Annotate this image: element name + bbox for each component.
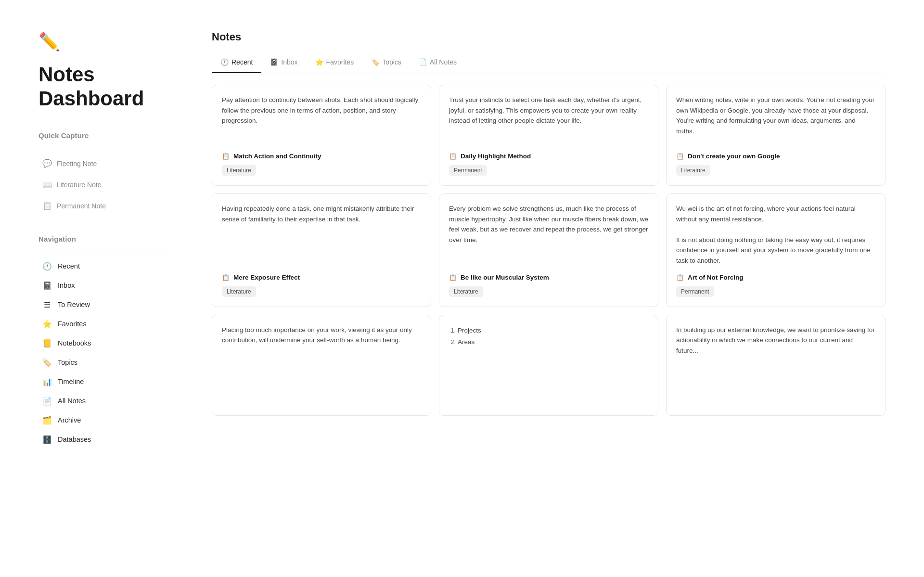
logo-icon: ✏️ <box>38 29 173 55</box>
nav-item-to-review[interactable]: ☰ To Review <box>38 295 173 315</box>
note-card-6-tag: Permanent <box>676 286 714 297</box>
nav-timeline-label: Timeline <box>58 377 84 387</box>
nav-item-archive[interactable]: 🗂️ Archive <box>38 411 173 430</box>
note-card-6-name: Art of Not Forcing <box>688 273 743 282</box>
literature-note-label: Literature Note <box>57 180 102 190</box>
nav-topics-label: Topics <box>58 358 77 368</box>
note-card-4-type-icon: 📋 <box>222 273 230 282</box>
note-card-7-body: Placing too much importance on your work… <box>222 325 421 399</box>
note-card-9-body: In building up our external knowledge, w… <box>676 325 875 399</box>
note-card-1[interactable]: Pay attention to continuity between shot… <box>212 85 431 186</box>
archive-icon: 🗂️ <box>42 415 52 426</box>
notebooks-icon: 📒 <box>42 338 52 349</box>
nav-item-databases[interactable]: 🗄️ Databases <box>38 430 173 449</box>
note-card-4-body: Having repeatedly done a task, one might… <box>222 204 421 266</box>
note-card-5-name-row: 📋 Be like our Muscular System <box>449 273 648 282</box>
note-card-3-name: Don't create your own Google <box>688 152 780 161</box>
capture-permanent-note[interactable]: 📋 Permanent Note <box>38 195 173 217</box>
permanent-note-label: Permanent Note <box>57 201 106 211</box>
nav-favorites-label: Favorites <box>58 319 87 330</box>
notes-section-title: Notes <box>212 29 886 45</box>
nav-item-all-notes[interactable]: 📄 All Notes <box>38 392 173 411</box>
capture-literature-note[interactable]: 📖 Literature Note <box>38 174 173 195</box>
favorites-icon: ⭐ <box>42 319 52 330</box>
capture-divider <box>38 148 173 148</box>
note-card-3-footer: 📋 Don't create your own Google Literatur… <box>676 152 875 176</box>
note-card-8-list-item-2: Areas <box>458 336 648 348</box>
nav-archive-label: Archive <box>58 415 81 426</box>
navigation-section: Navigation 🕐 Recent 📓 Inbox ☰ To Review … <box>38 234 173 449</box>
recent-icon: 🕐 <box>42 261 52 272</box>
nav-item-timeline[interactable]: 📊 Timeline <box>38 372 173 392</box>
note-card-1-name: Match Action and Continuity <box>233 152 321 161</box>
nav-inbox-label: Inbox <box>58 281 75 291</box>
note-card-5-name: Be like our Muscular System <box>461 273 549 282</box>
note-card-4-name-row: 📋 Mere Exposure Effect <box>222 273 421 282</box>
note-card-9[interactable]: In building up our external knowledge, w… <box>666 315 886 416</box>
note-card-8-body: Projects Areas <box>449 325 648 399</box>
note-card-2-body: Trust your instincts to select one task … <box>449 95 648 145</box>
quick-capture-title: Quick Capture <box>38 130 173 141</box>
tab-recent[interactable]: 🕐 Recent <box>212 52 261 73</box>
note-card-5-type-icon: 📋 <box>449 273 457 282</box>
note-card-4[interactable]: Having repeatedly done a task, one might… <box>212 193 431 307</box>
note-card-2[interactable]: Trust your instincts to select one task … <box>439 85 658 186</box>
nav-item-favorites[interactable]: ⭐ Favorites <box>38 315 173 334</box>
note-card-2-name: Daily Highlight Method <box>461 152 531 161</box>
note-card-6-footer: 📋 Art of Not Forcing Permanent <box>676 273 875 297</box>
timeline-icon: 📊 <box>42 376 52 388</box>
note-card-3[interactable]: When writing notes, write in your own wo… <box>666 85 886 186</box>
nav-databases-label: Databases <box>58 435 91 445</box>
tab-favorites[interactable]: ⭐ Favorites <box>307 52 363 73</box>
capture-fleeting-note[interactable]: 💬 Fleeting Note <box>38 153 173 174</box>
note-card-3-body: When writing notes, write in your own wo… <box>676 95 875 145</box>
note-card-6-body: Wu wei is the art of not forcing, where … <box>676 204 875 266</box>
note-card-1-type-icon: 📋 <box>222 152 230 161</box>
note-card-6[interactable]: Wu wei is the art of not forcing, where … <box>666 193 886 307</box>
note-card-6-name-row: 📋 Art of Not Forcing <box>676 273 875 282</box>
note-card-4-footer: 📋 Mere Exposure Effect Literature <box>222 273 421 297</box>
tab-all-notes[interactable]: 📄 All Notes <box>410 52 465 73</box>
tab-inbox[interactable]: 📓 Inbox <box>261 52 306 73</box>
tab-recent-icon: 🕐 <box>220 57 229 67</box>
note-card-4-tag: Literature <box>222 286 256 297</box>
tab-inbox-label: Inbox <box>281 57 297 67</box>
notes-tabs: 🕐 Recent 📓 Inbox ⭐ Favorites 🏷️ Topics 📄… <box>212 52 886 73</box>
tab-recent-label: Recent <box>231 57 253 67</box>
nav-all-notes-label: All Notes <box>58 396 86 407</box>
note-card-3-tag: Literature <box>676 165 710 176</box>
topics-icon: 🏷️ <box>42 357 52 369</box>
note-card-6-type-icon: 📋 <box>676 273 684 282</box>
all-notes-icon: 📄 <box>42 396 52 407</box>
note-card-3-type-icon: 📋 <box>676 152 684 161</box>
fleeting-note-label: Fleeting Note <box>57 159 97 169</box>
tab-topics[interactable]: 🏷️ Topics <box>362 52 410 73</box>
note-card-1-name-row: 📋 Match Action and Continuity <box>222 152 421 161</box>
nav-item-topics[interactable]: 🏷️ Topics <box>38 353 173 372</box>
nav-recent-label: Recent <box>58 261 80 272</box>
tab-topics-icon: 🏷️ <box>371 57 379 67</box>
nav-to-review-label: To Review <box>58 300 90 310</box>
note-card-4-name: Mere Exposure Effect <box>233 273 300 282</box>
note-card-5-tag: Literature <box>449 286 483 297</box>
literature-note-icon: 📖 <box>42 179 52 191</box>
navigation-title: Navigation <box>38 234 173 245</box>
note-card-8[interactable]: Projects Areas <box>439 315 658 416</box>
nav-item-notebooks[interactable]: 📒 Notebooks <box>38 334 173 353</box>
nav-item-inbox[interactable]: 📓 Inbox <box>38 276 173 295</box>
inbox-icon: 📓 <box>42 280 52 292</box>
note-card-1-footer: 📋 Match Action and Continuity Literature <box>222 152 421 176</box>
note-card-5[interactable]: Every problem we solve strengthens us, m… <box>439 193 658 307</box>
note-card-7[interactable]: Placing too much importance on your work… <box>212 315 431 416</box>
notes-grid: Pay attention to continuity between shot… <box>212 85 886 416</box>
nav-item-recent[interactable]: 🕐 Recent <box>38 257 173 276</box>
tab-all-notes-icon: 📄 <box>419 57 427 67</box>
note-card-5-body: Every problem we solve strengthens us, m… <box>449 204 648 266</box>
tab-all-notes-label: All Notes <box>430 57 457 67</box>
note-card-2-tag: Permanent <box>449 165 487 176</box>
permanent-note-icon: 📋 <box>42 200 52 212</box>
quick-capture-section: Quick Capture 💬 Fleeting Note 📖 Literatu… <box>38 130 173 217</box>
left-panel: ✏️ Notes Dashboard Quick Capture 💬 Fleet… <box>38 29 192 548</box>
note-card-3-name-row: 📋 Don't create your own Google <box>676 152 875 161</box>
nav-notebooks-label: Notebooks <box>58 338 91 349</box>
